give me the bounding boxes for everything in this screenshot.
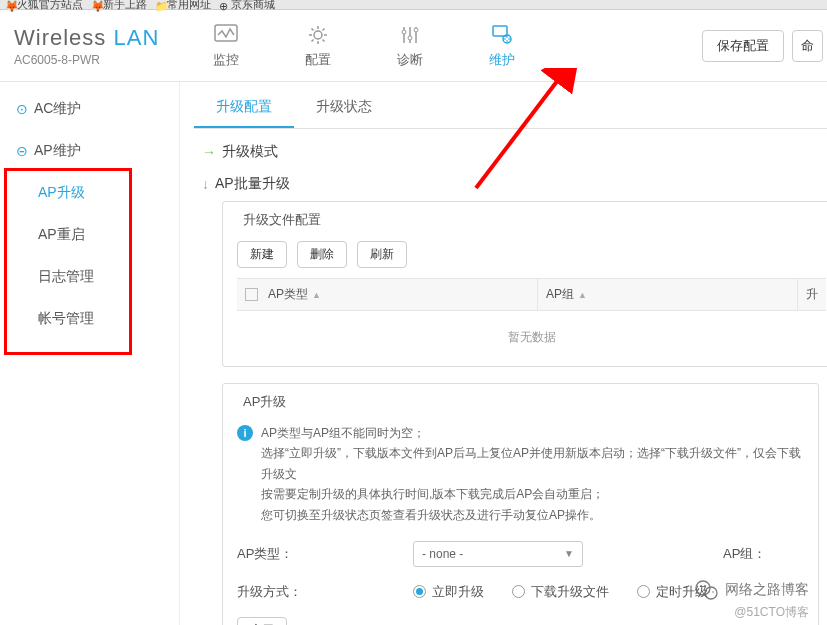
section-upgrade-mode[interactable]: → 升级模式 [202, 143, 827, 161]
ap-type-select[interactable]: - none -▼ [413, 541, 583, 567]
radio-download[interactable]: 下载升级文件 [512, 583, 609, 601]
tab-upgrade-status[interactable]: 升级状态 [294, 88, 394, 128]
radio-now[interactable]: 立即升级 [413, 583, 484, 601]
monitor-icon [213, 23, 239, 47]
info-icon: i [237, 425, 253, 441]
svg-point-3 [408, 36, 412, 40]
maintain-icon [489, 23, 515, 47]
sort-icon: ▲ [578, 290, 587, 300]
label-ap-type: AP类型： [237, 545, 413, 563]
sidebar-sub-ap-restart[interactable]: AP重启 [0, 214, 179, 256]
bookmark[interactable]: 🦊火狐官方站点 [5, 0, 83, 12]
svg-rect-5 [493, 26, 507, 36]
col-ap-group[interactable]: AP组 ▲ [537, 279, 797, 310]
sidebar-sub-account-manage[interactable]: 帐号管理 [0, 298, 179, 340]
label-ap-group: AP组： [723, 545, 766, 563]
content-tabs: 升级配置 升级状态 [194, 88, 827, 129]
apply-button[interactable]: 应用 [237, 617, 287, 625]
bookmark[interactable]: ⊕京东商城 [219, 0, 275, 12]
upgrade-file-config-panel: 升级文件配置 新建 删除 刷新 AP类型 ▲ AP组 ▲ 升 暂无数据 [222, 201, 827, 367]
nav-config[interactable]: 配置 [272, 23, 364, 69]
device-model: AC6005-8-PWR [14, 53, 180, 67]
sliders-icon [397, 23, 423, 47]
bookmark[interactable]: 📁常用网址 [155, 0, 211, 12]
main-content: 升级配置 升级状态 → 升级模式 ↓ AP批量升级 升级文件配置 新建 删除 刷… [180, 82, 827, 625]
sidebar-sub-log-manage[interactable]: 日志管理 [0, 256, 179, 298]
tab-upgrade-config[interactable]: 升级配置 [194, 88, 294, 128]
cmd-button[interactable]: 命 [792, 30, 823, 62]
sidebar-item-ac-maintain[interactable]: ⊙ AC维护 [0, 88, 179, 130]
table-header: AP类型 ▲ AP组 ▲ 升 [237, 278, 826, 311]
chevron-right-icon: ⊙ [16, 101, 28, 117]
label-upgrade-mode: 升级方式： [237, 583, 413, 601]
svg-point-2 [402, 30, 406, 34]
watermark: 网络之路博客 [695, 579, 809, 601]
expand-arrow-icon: ↓ [202, 176, 209, 192]
sidebar: ⊙ AC维护 ⊝ AP维护 AP升级 AP重启 日志管理 帐号管理 [0, 82, 180, 625]
section-batch-upgrade[interactable]: ↓ AP批量升级 [202, 175, 827, 193]
svg-point-12 [708, 591, 710, 593]
svg-point-4 [414, 28, 418, 32]
sidebar-sub-ap-upgrade[interactable]: AP升级 [0, 172, 179, 214]
col-extra[interactable]: 升 [797, 279, 826, 310]
svg-point-10 [700, 585, 702, 587]
sidebar-item-ap-maintain[interactable]: ⊝ AP维护 [0, 130, 179, 172]
svg-point-1 [314, 31, 322, 39]
chevron-down-icon: ⊝ [16, 143, 28, 159]
new-button[interactable]: 新建 [237, 241, 287, 268]
col-ap-type[interactable]: AP类型 ▲ [237, 279, 537, 310]
nav-monitor[interactable]: 监控 [180, 23, 272, 69]
nav-diagnose[interactable]: 诊断 [364, 23, 456, 69]
delete-button[interactable]: 删除 [297, 241, 347, 268]
svg-point-11 [704, 585, 706, 587]
browser-bookmark-bar: 🦊火狐官方站点 🦊新手上路 📁常用网址 ⊕京东商城 [0, 0, 827, 10]
svg-point-9 [705, 587, 717, 599]
nav-maintain[interactable]: 维护 [456, 23, 548, 69]
bookmark[interactable]: 🦊新手上路 [91, 0, 147, 12]
gear-icon [305, 23, 331, 47]
collapse-arrow-icon: → [202, 144, 216, 160]
app-header: Wireless LAN AC6005-8-PWR 监控 配置 诊断 维护 保存… [0, 10, 827, 82]
chevron-down-icon: ▼ [564, 548, 574, 559]
select-all-checkbox[interactable] [245, 288, 258, 301]
svg-point-13 [712, 591, 714, 593]
save-config-button[interactable]: 保存配置 [702, 30, 784, 62]
svg-rect-0 [215, 25, 237, 41]
table-empty: 暂无数据 [237, 311, 826, 352]
watermark-sub: @51CTO博客 [734, 604, 809, 621]
sort-icon: ▲ [312, 290, 321, 300]
info-block: i AP类型与AP组不能同时为空； 选择“立即升级”，下载版本文件到AP后马上复… [237, 423, 804, 525]
logo: Wireless LAN AC6005-8-PWR [0, 25, 180, 67]
wechat-icon [695, 579, 719, 601]
refresh-button[interactable]: 刷新 [357, 241, 407, 268]
